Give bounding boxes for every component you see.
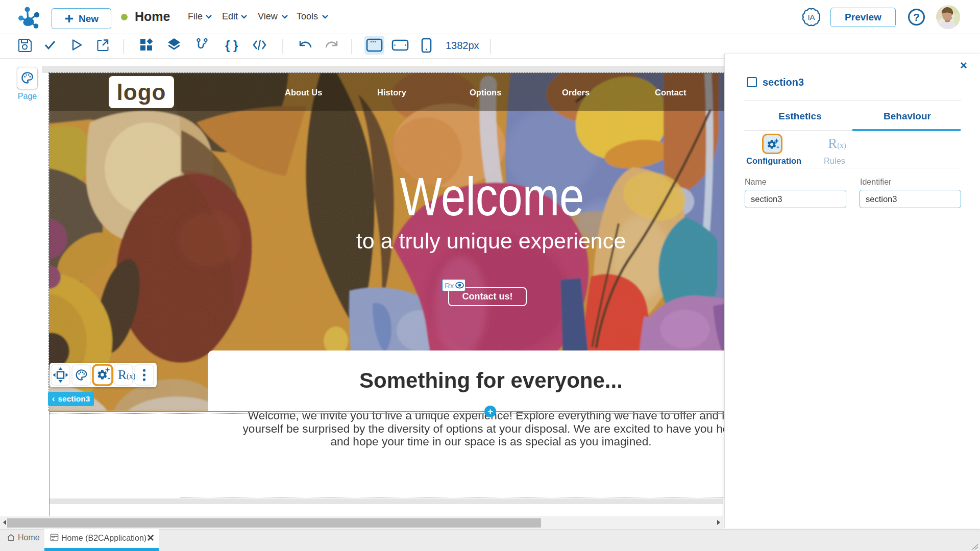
svg-text:IA: IA	[807, 13, 815, 21]
svg-text:(x): (x)	[127, 372, 136, 381]
svg-text:{ }: { }	[225, 38, 238, 52]
svg-text:1382px: 1382px	[446, 40, 479, 51]
svg-text:R: R	[118, 367, 127, 382]
